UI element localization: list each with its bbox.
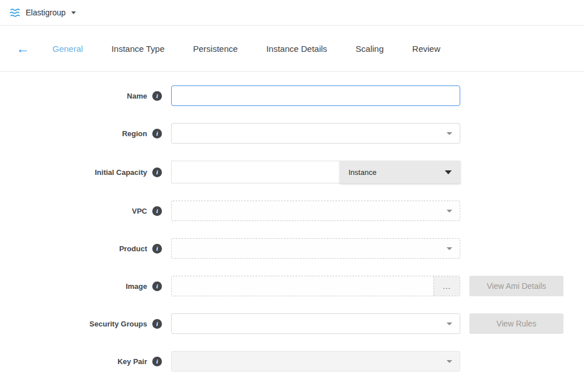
form-row-region: Region — [0, 123, 584, 144]
product-label: Product — [119, 244, 147, 253]
vpc-select[interactable] — [171, 201, 460, 221]
chevron-down-icon[interactable] — [71, 11, 76, 14]
chevron-down-icon — [447, 210, 452, 213]
initial-capacity-input[interactable] — [171, 161, 340, 183]
form-row-product: Product — [0, 238, 584, 259]
form-row-security-groups: Security Groups View Rules — [0, 313, 584, 334]
image-value — [172, 276, 433, 296]
form-row-initial-capacity: Initial Capacity Instance — [0, 161, 584, 183]
chevron-down-icon — [447, 247, 452, 250]
capacity-unit-value: Instance — [348, 168, 376, 177]
top-bar: Elastigroup — [0, 0, 584, 26]
info-icon[interactable] — [152, 281, 162, 291]
security-groups-label: Security Groups — [90, 320, 147, 328]
initial-capacity-label: Initial Capacity — [95, 168, 147, 177]
tab-general[interactable]: General — [52, 44, 83, 54]
form-row-vpc: VPC — [0, 201, 584, 221]
info-icon[interactable] — [152, 129, 162, 138]
chevron-down-icon — [447, 322, 452, 325]
key-pair-select[interactable] — [171, 351, 460, 371]
capacity-unit-select[interactable]: Instance — [340, 161, 460, 183]
chevron-down-icon — [447, 132, 452, 135]
view-ami-details-button[interactable]: View Ami Details — [469, 276, 563, 296]
region-select[interactable] — [171, 123, 460, 144]
app-title[interactable]: Elastigroup — [26, 8, 66, 17]
chevron-down-icon — [447, 360, 452, 363]
vpc-label: VPC — [132, 207, 147, 215]
view-rules-button[interactable]: View Rules — [469, 313, 563, 334]
image-field[interactable]: ... — [171, 276, 460, 296]
form-row-image: Image ... View Ami Details — [0, 276, 584, 296]
back-arrow-icon[interactable]: ← — [16, 42, 30, 55]
form-row-key-pair: Key Pair — [0, 351, 584, 371]
general-form: Name Region Initial Capacity Instance VP… — [0, 72, 584, 371]
chevron-down-icon — [445, 170, 452, 174]
tab-instance-details[interactable]: Instance Details — [266, 44, 327, 54]
form-row-name: Name — [0, 85, 584, 106]
product-select[interactable] — [171, 238, 460, 259]
elastigroup-logo-icon — [9, 8, 21, 18]
info-icon[interactable] — [152, 91, 162, 101]
tab-instance-type[interactable]: Instance Type — [111, 44, 164, 54]
wizard-nav: ← General Instance Type Persistence Inst… — [0, 26, 584, 72]
name-label: Name — [127, 92, 147, 100]
info-icon[interactable] — [152, 168, 162, 177]
tab-review[interactable]: Review — [412, 44, 440, 54]
info-icon[interactable] — [152, 206, 162, 216]
region-label: Region — [122, 129, 147, 138]
info-icon[interactable] — [152, 244, 162, 254]
key-pair-label: Key Pair — [117, 357, 147, 366]
name-input[interactable] — [171, 85, 460, 106]
tab-persistence[interactable]: Persistence — [193, 44, 238, 54]
image-browse-button[interactable]: ... — [433, 276, 460, 296]
tab-scaling[interactable]: Scaling — [356, 44, 384, 54]
info-icon[interactable] — [152, 319, 162, 329]
security-groups-select[interactable] — [171, 313, 460, 334]
info-icon[interactable] — [152, 357, 162, 366]
image-label: Image — [125, 282, 147, 291]
